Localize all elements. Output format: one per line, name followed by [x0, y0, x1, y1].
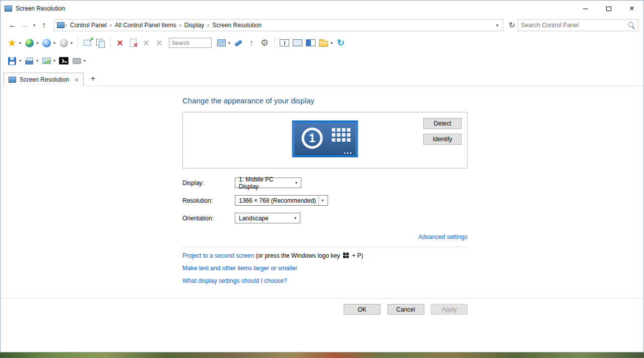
toolbar-search-input[interactable] [169, 38, 212, 48]
identify-button[interactable]: Identify [423, 134, 462, 145]
address-dropdown-icon[interactable]: ▾ [493, 23, 501, 28]
new-tab-button[interactable]: + [91, 75, 95, 83]
tab-close-icon[interactable]: × [73, 77, 79, 83]
breadcrumb-item-display[interactable]: Display [182, 22, 207, 29]
back-button[interactable]: ← [7, 21, 19, 29]
save-button[interactable] [6, 54, 19, 68]
orientation-select[interactable]: Landscape ▾ [235, 213, 300, 223]
advanced-settings-link[interactable]: Advanced settings [418, 233, 468, 241]
window-title: Screen Resolution [16, 5, 65, 12]
search-box [518, 19, 638, 31]
remove-disabled-icon: × [156, 38, 162, 48]
network-dropdown-icon[interactable]: ▾ [69, 41, 74, 45]
images-dropdown-icon[interactable]: ▾ [52, 58, 57, 63]
advanced-settings-row: Advanced settings [182, 233, 468, 241]
delete-button[interactable]: × [113, 36, 126, 49]
display-1-preview[interactable]: 1 [293, 121, 358, 157]
devices-dropdown-icon[interactable]: ▾ [82, 58, 87, 63]
tab-screen-resolution[interactable]: Screen Resolution × [4, 73, 84, 86]
control-panel-icon [57, 22, 65, 28]
up-button[interactable]: ↑ [38, 21, 50, 29]
delete-file-button[interactable]: × [126, 36, 140, 49]
print-dropdown-icon[interactable]: ▾ [35, 58, 40, 63]
favorites-button[interactable]: ★ [6, 36, 19, 49]
folders-button[interactable] [317, 36, 330, 49]
orientation-label: Orientation: [182, 215, 235, 222]
save-icon [8, 57, 16, 65]
minimize-button[interactable] [574, 1, 597, 17]
make-text-larger-link[interactable]: Make text and other items larger or smal… [182, 265, 297, 272]
disabled-globe-icon [59, 39, 68, 47]
upload-button[interactable]: ↑ [245, 36, 258, 49]
tab-label: Screen Resolution [20, 76, 69, 83]
folder-icon [319, 41, 328, 47]
close-button[interactable]: × [620, 1, 643, 17]
remove-disabled-button[interactable]: × [153, 36, 166, 49]
up-arrow-icon: ↑ [249, 39, 254, 47]
dialog-buttons: OK Cancel Apply [182, 304, 468, 315]
delete-disabled-button[interactable]: × [140, 36, 153, 49]
cancel-button[interactable]: Cancel [388, 304, 424, 315]
search-input[interactable] [521, 22, 628, 29]
tab-bar: Screen Resolution × + [1, 70, 643, 86]
chevron-down-icon: ▾ [318, 196, 326, 205]
terminal-button[interactable] [57, 54, 70, 68]
project-hint-suffix: + P) [352, 252, 363, 259]
display-settings-help-link[interactable]: What display settings should I choose? [182, 277, 287, 284]
fullscreen-button[interactable] [291, 36, 304, 49]
link-icon [234, 39, 242, 47]
images-button[interactable] [40, 54, 53, 68]
chevron-down-icon: ▾ [292, 216, 298, 220]
settings-button[interactable]: ⚙ [258, 36, 271, 49]
internet-button[interactable] [23, 36, 36, 49]
devices-button[interactable] [70, 54, 83, 68]
breadcrumb-item-all-control-panel-items[interactable]: All Control Panel Items [112, 22, 179, 29]
toolbar-row-2: ▾ ▾ ▾ ▾ [1, 52, 643, 70]
delete-disabled-icon: × [143, 38, 149, 48]
sync-button[interactable]: ↻ [334, 36, 347, 49]
orientation-row: Orientation: Landscape ▾ [182, 213, 468, 223]
copy-button[interactable] [94, 36, 107, 49]
image-icon [42, 57, 51, 64]
view-mode-dropdown-icon[interactable]: ▾ [227, 41, 232, 45]
browser-dropdown-icon[interactable]: ▾ [52, 41, 57, 45]
open-new-window-button[interactable]: ↗ [81, 36, 94, 49]
display-select[interactable]: 1. Mobile PC Display ▾ [235, 177, 301, 188]
address-bar[interactable]: › Control Panel › All Control Panel Item… [54, 19, 503, 31]
desktop-background-strip [0, 352, 644, 358]
terminal-icon [59, 57, 69, 65]
favorites-dropdown-icon[interactable]: ▾ [18, 41, 23, 45]
split-view-button[interactable] [304, 36, 317, 49]
browser-button[interactable] [40, 36, 53, 49]
refresh-button[interactable]: ↻ [506, 21, 518, 30]
view-mode-button[interactable] [215, 36, 228, 49]
sync-refresh-icon: ↻ [337, 38, 344, 47]
content-area: Change the appearance of your display 1 … [1, 86, 643, 352]
breadcrumb-item-control-panel[interactable]: Control Panel [68, 22, 109, 29]
toolbar-row-1: ★ ▾ ▾ ▾ ▾ ↗ × × × × ▾ ↑ ⚙ ▾ ↻ [1, 34, 643, 52]
resolution-select[interactable]: 1366 × 768 (Recommended) ▾ [235, 195, 328, 206]
maximize-button[interactable] [597, 1, 620, 17]
resolution-row: Resolution: 1366 × 768 (Recommended) ▾ [182, 195, 468, 206]
ok-button[interactable]: OK [344, 304, 380, 315]
toggle-panel-icon [280, 39, 289, 46]
toggle-panel-button[interactable] [278, 36, 291, 49]
network-disabled-button[interactable] [57, 36, 70, 49]
folders-dropdown-icon[interactable]: ▾ [329, 41, 334, 45]
internet-dropdown-icon[interactable]: ▾ [35, 41, 40, 45]
project-second-screen-link[interactable]: Project to a second screen [182, 252, 254, 259]
save-dropdown-icon[interactable]: ▾ [18, 58, 23, 63]
recent-pages-dropdown-icon[interactable]: ▾ [31, 23, 38, 28]
toolbar-separator [110, 37, 110, 48]
footer-divider [1, 298, 643, 299]
link-button[interactable] [232, 36, 245, 49]
search-icon[interactable] [628, 22, 635, 29]
detect-button[interactable]: Detect [423, 118, 462, 129]
forward-button[interactable]: → [19, 21, 31, 29]
print-button[interactable] [23, 54, 36, 68]
tab-monitor-icon [9, 77, 16, 83]
app-window-icon [5, 6, 12, 12]
project-hint-text: (or press the Windows logo key [255, 252, 340, 259]
apply-button[interactable]: Apply [431, 304, 468, 315]
breadcrumb-item-screen-resolution[interactable]: Screen Resolution [210, 22, 264, 29]
